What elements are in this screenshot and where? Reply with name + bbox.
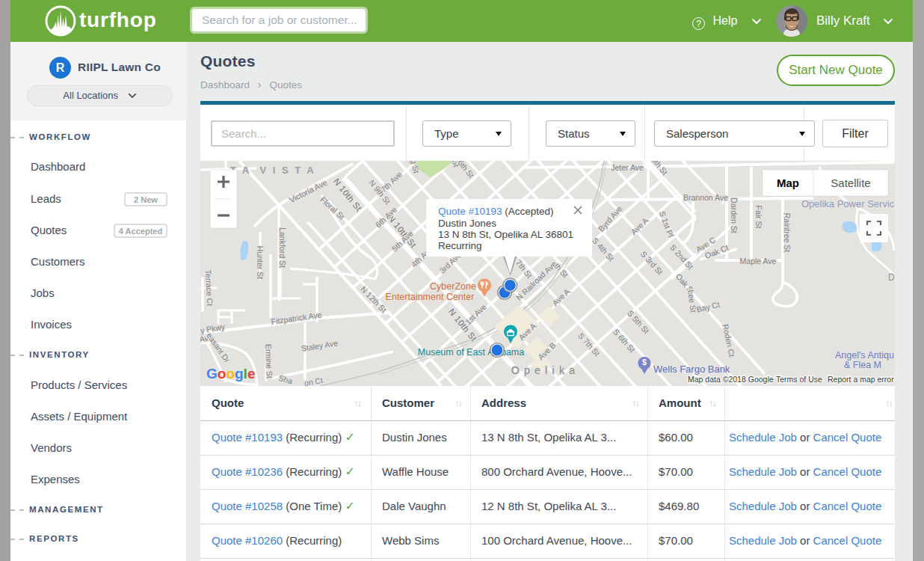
svg-text:Ermine St: Ermine St bbox=[264, 344, 274, 379]
svg-text:13 N 8th St, Opelika AL 36801: 13 N 8th St, Opelika AL 36801 bbox=[438, 229, 573, 240]
svg-text:Map: Map bbox=[777, 177, 799, 189]
svg-text:Terms of Use: Terms of Use bbox=[776, 375, 822, 384]
svg-text:Map data ©2018 Google: Map data ©2018 Google bbox=[688, 375, 774, 384]
svg-text:Satellite: Satellite bbox=[831, 177, 870, 189]
svg-text:$: $ bbox=[642, 358, 647, 367]
svg-text:D: D bbox=[888, 272, 895, 283]
svg-text:Opelika Power Servic: Opelika Power Servic bbox=[801, 198, 895, 209]
svg-text:Quote #10193 (Accepted): Quote #10193 (Accepted) bbox=[438, 206, 554, 217]
svg-text:Recurring: Recurring bbox=[438, 240, 482, 251]
svg-text:Google: Google bbox=[206, 366, 255, 381]
svg-text:& Flea M: & Flea M bbox=[844, 360, 881, 370]
svg-text:Lankford St: Lankford St bbox=[278, 227, 287, 268]
svg-text:Terrace Ct: Terrace Ct bbox=[204, 269, 215, 306]
svg-text:O p e l i k a: O p e l i k a bbox=[511, 364, 576, 376]
svg-text:T A V I S T A: T A V I S T A bbox=[230, 165, 315, 176]
svg-text:Dustin Jones: Dustin Jones bbox=[438, 218, 496, 229]
svg-text:Brannon Ave: Brannon Ave bbox=[683, 193, 728, 202]
svg-text:Report a map error: Report a map error bbox=[828, 375, 894, 384]
svg-text:Hunter St: Hunter St bbox=[256, 246, 265, 279]
svg-text:Wells Fargo Bank: Wells Fargo Bank bbox=[653, 364, 730, 375]
svg-text:Raintree St: Raintree St bbox=[783, 213, 792, 253]
svg-text:Entertainment Center: Entertainment Center bbox=[386, 292, 475, 302]
svg-text:Angel's Antiqu: Angel's Antiqu bbox=[835, 350, 894, 361]
svg-text:CyberZone: CyberZone bbox=[430, 281, 476, 292]
svg-text:Maple Ave: Maple Ave bbox=[740, 257, 777, 266]
svg-text:Darden St: Darden St bbox=[730, 197, 739, 233]
svg-text:Museum of East Alabama: Museum of East Alabama bbox=[418, 347, 524, 358]
svg-text:Jeter Ave: Jeter Ave bbox=[611, 163, 644, 172]
svg-text:Fair St: Fair St bbox=[754, 206, 763, 229]
